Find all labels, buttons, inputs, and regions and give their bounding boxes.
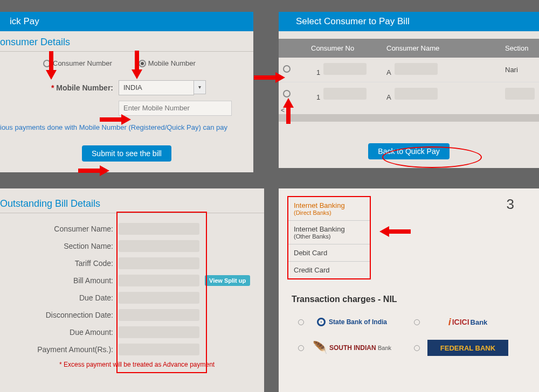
label-bill-amount: Bill Amount: <box>0 276 119 285</box>
select-consumer-panel: Select Consumer to Pay Bill Consumer No … <box>279 12 539 168</box>
view-splitup-button[interactable]: View Split up <box>205 275 250 286</box>
submit-button[interactable]: Submit to see the bill <box>82 145 171 162</box>
chevron-down-icon[interactable]: ▾ <box>194 80 206 94</box>
bank-icici[interactable]: i ICICI Bank <box>414 314 508 330</box>
consumer-details-title: onsumer Details <box>0 31 253 52</box>
select-consumer-header: Select Consumer to Pay Bill <box>279 12 539 31</box>
radio-icon <box>414 319 420 325</box>
consumer-number-label: Consumer Number <box>53 59 112 67</box>
transaction-charges: Transaction charges - NIL <box>292 295 530 304</box>
label-tariff: Tariff Code: <box>0 259 119 268</box>
radio-icon <box>414 345 420 351</box>
quickpay-panel: ick Pay onsumer Details Consumer Number … <box>0 12 253 172</box>
mobile-number-radio[interactable]: Mobile Number <box>139 59 196 67</box>
radio-icon <box>298 319 304 325</box>
mobile-number-input[interactable] <box>119 101 232 116</box>
row-radio[interactable] <box>283 90 291 97</box>
radio-icon <box>298 345 304 351</box>
bank-federal[interactable]: FEDERAL BANK <box>414 340 508 356</box>
consumer-number-radio[interactable]: Consumer Number <box>43 59 112 67</box>
tab-credit[interactable]: Credit Card <box>288 262 370 278</box>
payment-panel: Internet Banking(Direct Banks) Internet … <box>279 188 539 392</box>
tab-internet-other[interactable]: Internet Banking(Other Banks) <box>288 221 370 244</box>
bank-south-indian[interactable]: 🪶 SOUTH INDIAN Bank <box>298 340 392 356</box>
table-row[interactable]: 1 A Nari <box>279 58 539 82</box>
step-number: 3 <box>507 196 530 213</box>
back-quickpay-button[interactable]: Back to Quick Pay <box>368 143 449 159</box>
bill-panel: Outstanding Bill Details Consumer Name: … <box>0 188 264 392</box>
payment-tabs: Internet Banking(Direct Banks) Internet … <box>287 196 371 279</box>
label-consumer-name: Consumer Name: <box>0 225 119 233</box>
horizontal-scrollbar[interactable] <box>279 114 539 122</box>
label-payment-amount: Payment Amount(Rs.): <box>0 345 119 354</box>
advance-payment-note: * Excess payment will be treated as Adva… <box>0 361 264 368</box>
table-row[interactable]: 1 A <box>279 82 539 107</box>
bank-sbi[interactable]: State Bank of India <box>298 314 392 330</box>
col-consumer-no: Consumer No <box>311 44 386 52</box>
row-radio[interactable] <box>283 65 291 73</box>
mobile-number-field-label: * Mobile Number: <box>0 83 119 92</box>
label-disconnection: Disconnection Date: <box>0 311 119 319</box>
label-due-amount: Due Amount: <box>0 328 119 337</box>
col-section: Section <box>505 44 528 52</box>
label-section-name: Section Name: <box>0 242 119 250</box>
country-select[interactable]: INDIA <box>119 80 194 95</box>
radio-icon <box>139 60 146 67</box>
consumer-table-header: Consumer No Consumer Name Section <box>279 39 539 58</box>
col-consumer-name: Consumer Name <box>386 44 505 52</box>
bill-section-title: Outstanding Bill Details <box>0 188 264 213</box>
tab-debit[interactable]: Debit Card <box>288 244 370 262</box>
label-due-date: Due Date: <box>0 293 119 302</box>
mobile-number-label: Mobile Number <box>148 59 196 67</box>
tab-internet-direct[interactable]: Internet Banking(Direct Banks) <box>288 197 370 221</box>
quickpay-header: ick Pay <box>0 12 253 31</box>
